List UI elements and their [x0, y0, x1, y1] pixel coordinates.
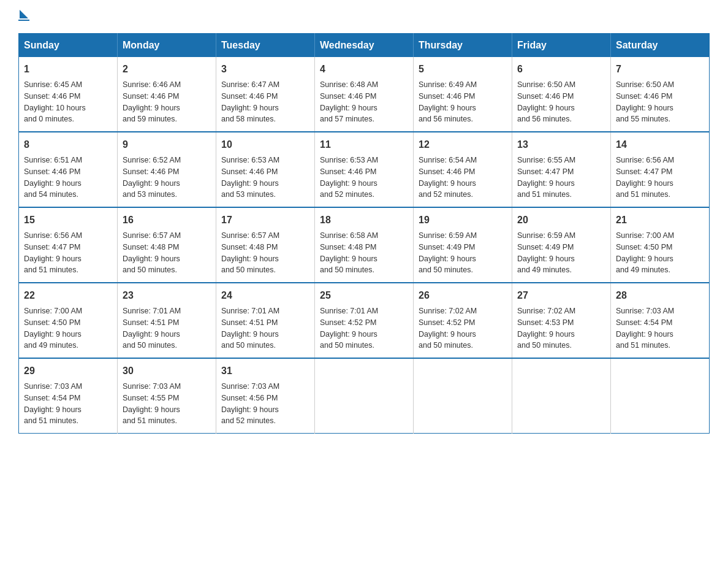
day-number: 18	[320, 213, 408, 228]
table-row: 14Sunrise: 6:56 AMSunset: 4:47 PMDayligh…	[611, 132, 710, 207]
logo	[18, 12, 29, 21]
day-number: 30	[123, 364, 211, 378]
week-row-5: 29Sunrise: 7:03 AMSunset: 4:54 PMDayligh…	[19, 358, 710, 434]
day-info: Sunrise: 6:54 AMSunset: 4:46 PMDaylight:…	[419, 155, 507, 201]
table-row: 26Sunrise: 7:02 AMSunset: 4:52 PMDayligh…	[414, 283, 512, 358]
day-number: 22	[24, 288, 112, 303]
week-row-3: 15Sunrise: 6:56 AMSunset: 4:47 PMDayligh…	[19, 207, 710, 283]
day-number: 29	[24, 364, 112, 378]
table-row: 11Sunrise: 6:53 AMSunset: 4:46 PMDayligh…	[315, 132, 414, 207]
day-number: 9	[123, 137, 211, 152]
day-number: 5	[419, 62, 507, 77]
table-row: 2Sunrise: 6:46 AMSunset: 4:46 PMDaylight…	[118, 57, 216, 132]
table-row: 5Sunrise: 6:49 AMSunset: 4:46 PMDaylight…	[414, 57, 512, 132]
day-info: Sunrise: 6:49 AMSunset: 4:46 PMDaylight:…	[419, 79, 507, 125]
week-row-2: 8Sunrise: 6:51 AMSunset: 4:46 PMDaylight…	[19, 132, 710, 207]
table-row: 22Sunrise: 7:00 AMSunset: 4:50 PMDayligh…	[19, 283, 118, 358]
day-number: 17	[221, 213, 309, 228]
table-row: 9Sunrise: 6:52 AMSunset: 4:46 PMDaylight…	[118, 132, 216, 207]
day-info: Sunrise: 6:56 AMSunset: 4:47 PMDaylight:…	[24, 230, 112, 276]
day-info: Sunrise: 7:00 AMSunset: 4:50 PMDaylight:…	[616, 230, 704, 276]
day-number: 6	[517, 62, 605, 77]
day-number: 26	[419, 288, 507, 303]
day-number: 15	[24, 213, 112, 228]
table-row	[315, 358, 414, 434]
day-number: 8	[24, 137, 112, 152]
day-number: 14	[616, 137, 704, 152]
day-number: 4	[320, 62, 408, 77]
day-number: 7	[616, 62, 704, 77]
calendar-body: 1Sunrise: 6:45 AMSunset: 4:46 PMDaylight…	[19, 57, 710, 434]
page-header	[18, 12, 710, 21]
table-row: 20Sunrise: 6:59 AMSunset: 4:49 PMDayligh…	[512, 207, 611, 283]
day-number: 31	[221, 364, 309, 378]
day-info: Sunrise: 7:03 AMSunset: 4:55 PMDaylight:…	[123, 381, 211, 427]
day-info: Sunrise: 7:03 AMSunset: 4:54 PMDaylight:…	[616, 305, 704, 351]
day-number: 1	[24, 62, 112, 77]
day-info: Sunrise: 6:46 AMSunset: 4:46 PMDaylight:…	[123, 79, 211, 125]
day-number: 10	[221, 137, 309, 152]
table-row: 7Sunrise: 6:50 AMSunset: 4:46 PMDaylight…	[611, 57, 710, 132]
logo-underline	[18, 20, 29, 21]
table-row	[414, 358, 512, 434]
table-row: 6Sunrise: 6:50 AMSunset: 4:46 PMDaylight…	[512, 57, 611, 132]
table-row: 18Sunrise: 6:58 AMSunset: 4:48 PMDayligh…	[315, 207, 414, 283]
day-header-friday: Friday	[512, 34, 611, 58]
calendar-header: SundayMondayTuesdayWednesdayThursdayFrid…	[19, 34, 710, 58]
table-row: 31Sunrise: 7:03 AMSunset: 4:56 PMDayligh…	[216, 358, 315, 434]
day-info: Sunrise: 6:51 AMSunset: 4:46 PMDaylight:…	[24, 155, 112, 201]
day-header-sunday: Sunday	[19, 34, 118, 58]
logo-arrow-icon	[20, 10, 28, 18]
table-row: 13Sunrise: 6:55 AMSunset: 4:47 PMDayligh…	[512, 132, 611, 207]
day-info: Sunrise: 7:01 AMSunset: 4:52 PMDaylight:…	[320, 305, 408, 351]
week-row-1: 1Sunrise: 6:45 AMSunset: 4:46 PMDaylight…	[19, 57, 710, 132]
day-info: Sunrise: 6:55 AMSunset: 4:47 PMDaylight:…	[517, 155, 605, 201]
day-number: 27	[517, 288, 605, 303]
day-info: Sunrise: 6:59 AMSunset: 4:49 PMDaylight:…	[517, 230, 605, 276]
table-row: 8Sunrise: 6:51 AMSunset: 4:46 PMDaylight…	[19, 132, 118, 207]
table-row: 17Sunrise: 6:57 AMSunset: 4:48 PMDayligh…	[216, 207, 315, 283]
day-info: Sunrise: 6:59 AMSunset: 4:49 PMDaylight:…	[419, 230, 507, 276]
table-row: 15Sunrise: 6:56 AMSunset: 4:47 PMDayligh…	[19, 207, 118, 283]
table-row: 10Sunrise: 6:53 AMSunset: 4:46 PMDayligh…	[216, 132, 315, 207]
table-row: 3Sunrise: 6:47 AMSunset: 4:46 PMDaylight…	[216, 57, 315, 132]
day-info: Sunrise: 6:53 AMSunset: 4:46 PMDaylight:…	[320, 155, 408, 201]
table-row: 21Sunrise: 7:00 AMSunset: 4:50 PMDayligh…	[611, 207, 710, 283]
day-number: 19	[419, 213, 507, 228]
day-info: Sunrise: 7:01 AMSunset: 4:51 PMDaylight:…	[123, 305, 211, 351]
day-info: Sunrise: 6:52 AMSunset: 4:46 PMDaylight:…	[123, 155, 211, 201]
table-row: 24Sunrise: 7:01 AMSunset: 4:51 PMDayligh…	[216, 283, 315, 358]
day-number: 23	[123, 288, 211, 303]
table-row: 28Sunrise: 7:03 AMSunset: 4:54 PMDayligh…	[611, 283, 710, 358]
day-number: 25	[320, 288, 408, 303]
table-row: 30Sunrise: 7:03 AMSunset: 4:55 PMDayligh…	[118, 358, 216, 434]
day-info: Sunrise: 6:48 AMSunset: 4:46 PMDaylight:…	[320, 79, 408, 125]
week-row-4: 22Sunrise: 7:00 AMSunset: 4:50 PMDayligh…	[19, 283, 710, 358]
day-number: 11	[320, 137, 408, 152]
day-info: Sunrise: 7:03 AMSunset: 4:56 PMDaylight:…	[221, 381, 309, 427]
day-header-wednesday: Wednesday	[315, 34, 414, 58]
day-number: 24	[221, 288, 309, 303]
table-row: 27Sunrise: 7:02 AMSunset: 4:53 PMDayligh…	[512, 283, 611, 358]
day-number: 21	[616, 213, 704, 228]
day-info: Sunrise: 7:02 AMSunset: 4:52 PMDaylight:…	[419, 305, 507, 351]
table-row: 23Sunrise: 7:01 AMSunset: 4:51 PMDayligh…	[118, 283, 216, 358]
day-info: Sunrise: 7:03 AMSunset: 4:54 PMDaylight:…	[24, 381, 112, 427]
day-info: Sunrise: 6:50 AMSunset: 4:46 PMDaylight:…	[616, 79, 704, 125]
day-header-saturday: Saturday	[611, 34, 710, 58]
table-row	[512, 358, 611, 434]
day-info: Sunrise: 6:58 AMSunset: 4:48 PMDaylight:…	[320, 230, 408, 276]
day-headers-row: SundayMondayTuesdayWednesdayThursdayFrid…	[19, 34, 710, 58]
day-number: 20	[517, 213, 605, 228]
day-number: 2	[123, 62, 211, 77]
day-number: 13	[517, 137, 605, 152]
day-info: Sunrise: 6:57 AMSunset: 4:48 PMDaylight:…	[123, 230, 211, 276]
day-number: 28	[616, 288, 704, 303]
day-info: Sunrise: 6:57 AMSunset: 4:48 PMDaylight:…	[221, 230, 309, 276]
table-row: 25Sunrise: 7:01 AMSunset: 4:52 PMDayligh…	[315, 283, 414, 358]
day-number: 12	[419, 137, 507, 152]
day-info: Sunrise: 7:01 AMSunset: 4:51 PMDaylight:…	[221, 305, 309, 351]
table-row: 29Sunrise: 7:03 AMSunset: 4:54 PMDayligh…	[19, 358, 118, 434]
day-info: Sunrise: 6:56 AMSunset: 4:47 PMDaylight:…	[616, 155, 704, 201]
day-header-monday: Monday	[118, 34, 216, 58]
